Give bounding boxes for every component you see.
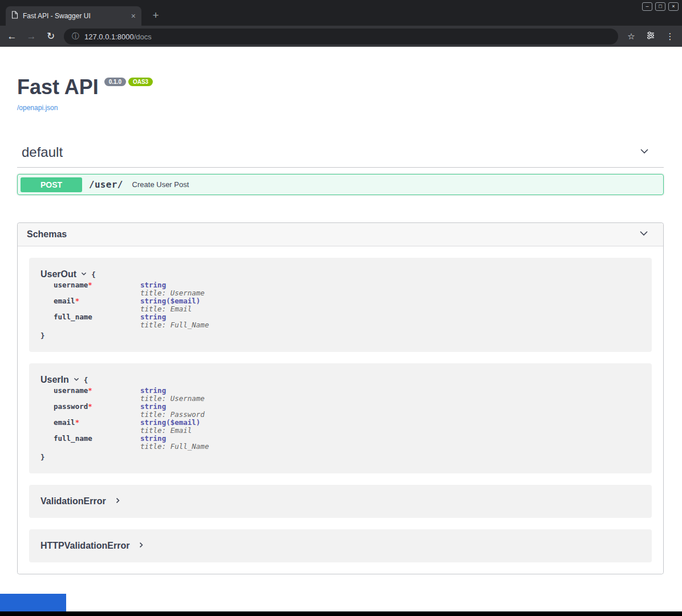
menu-icon[interactable]: ⋮ (664, 31, 676, 42)
chevron-down-icon[interactable] (639, 145, 650, 159)
bottom-blue-panel (0, 594, 66, 611)
schemas-section: Schemas UserOut { username* (17, 222, 664, 574)
new-tab-button[interactable]: + (148, 9, 163, 22)
opblock-post-user[interactable]: POST /user/ Create User Post (17, 174, 664, 195)
reload-icon[interactable]: ↻ (44, 30, 57, 42)
required-star: * (88, 402, 92, 411)
tab-close-icon[interactable]: × (131, 12, 136, 20)
model-title-userout[interactable]: UserOut (40, 269, 76, 279)
window-titlebar: – □ × Fast API - Swagger UI × + (0, 0, 682, 26)
property-title: title: Full_Name (140, 321, 209, 329)
property-type: string($email) (140, 419, 200, 427)
version-badge: 0.1.0 (104, 78, 126, 86)
browser-toolbar: ← → ↻ ⓘ 127.0.0.1:8000/docs ☆ ⋮ (0, 26, 682, 47)
model-httpvalidationerror[interactable]: HTTPValidationError (29, 529, 652, 562)
openapi-spec-link[interactable]: /openapi.json (17, 104, 58, 112)
bookmark-star-icon[interactable]: ☆ (625, 31, 638, 42)
chevron-down-icon[interactable] (638, 228, 649, 241)
url-host: 127.0.0.1:8000 (84, 33, 134, 41)
chevron-right-icon[interactable] (137, 541, 145, 551)
schemas-body: UserOut { username* string title: Userna… (18, 246, 663, 574)
forward-icon[interactable]: → (25, 31, 38, 42)
property-row: username* string title: Username (54, 387, 640, 403)
property-type: string (140, 435, 209, 443)
property-type: string (140, 313, 209, 321)
property-type: string($email) (140, 297, 200, 305)
model-userout: UserOut { username* string title: Userna… (29, 258, 652, 352)
method-badge: POST (21, 177, 82, 192)
api-info: Fast API 0.1.0 OAS3 /openapi.json (17, 47, 664, 112)
property-name: password (54, 402, 88, 411)
model-validationerror[interactable]: ValidationError (29, 485, 652, 518)
model-title-validationerror[interactable]: ValidationError (40, 496, 106, 506)
window-minimize-button[interactable]: – (642, 2, 652, 11)
url-path: /docs (134, 33, 152, 41)
tag-title: default (22, 144, 63, 160)
api-title-row: Fast API 0.1.0 OAS3 (17, 75, 664, 99)
model-title-userin[interactable]: UserIn (40, 375, 69, 385)
chevron-down-icon[interactable] (73, 375, 80, 385)
property-row: full_name string title: Full_Name (54, 313, 640, 329)
schemas-title: Schemas (27, 229, 67, 240)
property-title: title: Email (140, 305, 200, 313)
property-row: username* string title: Username (54, 281, 640, 297)
api-title: Fast API (17, 75, 99, 99)
property-row: password* string title: Password (54, 403, 640, 419)
property-title: title: Email (140, 427, 200, 435)
open-brace: { (84, 376, 88, 384)
property-list: username* string title: Username passwor… (54, 387, 640, 451)
property-row: email* string($email) title: Email (54, 419, 640, 435)
window-close-button[interactable]: × (668, 2, 679, 11)
endpoint-path: /user/ (89, 179, 123, 190)
property-title: title: Password (140, 411, 205, 419)
window-bottom-edge (0, 611, 682, 616)
window-maximize-button[interactable]: □ (655, 2, 665, 11)
required-star: * (75, 418, 80, 427)
tag-section-default[interactable]: default (17, 144, 664, 168)
tab-title: Fast API - Swagger UI (23, 12, 127, 20)
property-name: email (54, 297, 75, 305)
close-brace: } (40, 453, 45, 461)
url-bar[interactable]: ⓘ 127.0.0.1:8000/docs (64, 29, 618, 44)
property-name: username (54, 386, 88, 395)
page-icon (11, 11, 18, 21)
property-name: full_name (54, 313, 92, 321)
property-type: string (140, 403, 205, 411)
required-star: * (75, 297, 80, 305)
endpoint-summary: Create User Post (132, 180, 189, 189)
model-userin: UserIn { username* string title: Usernam… (29, 363, 652, 473)
oas3-badge: OAS3 (128, 78, 153, 86)
back-icon[interactable]: ← (6, 31, 18, 42)
swagger-page: Fast API 0.1.0 OAS3 /openapi.json defaul… (0, 47, 682, 616)
property-title: title: Full_Name (140, 443, 209, 451)
browser-tab[interactable]: Fast API - Swagger UI × (6, 6, 141, 26)
property-name: email (54, 418, 75, 427)
required-star: * (88, 281, 92, 289)
property-type: string (140, 387, 205, 395)
property-name: username (54, 281, 88, 289)
property-list: username* string title: Username email* … (54, 281, 640, 329)
close-brace: } (40, 331, 45, 340)
schemas-header[interactable]: Schemas (18, 223, 663, 246)
required-star: * (88, 386, 92, 395)
chevron-down-icon[interactable] (80, 269, 87, 279)
property-title: title: Username (140, 289, 205, 297)
model-title-httpvalidationerror[interactable]: HTTPValidationError (40, 541, 129, 551)
property-type: string (140, 281, 205, 289)
window-controls: – □ × (642, 2, 679, 11)
extension-icon[interactable] (644, 31, 657, 42)
property-row: email* string($email) title: Email (54, 297, 640, 313)
open-brace: { (91, 270, 96, 279)
property-name: full_name (54, 434, 92, 443)
chevron-right-icon[interactable] (114, 496, 121, 506)
site-info-icon[interactable]: ⓘ (72, 31, 79, 42)
property-title: title: Username (140, 395, 205, 403)
property-row: full_name string title: Full_Name (54, 435, 640, 451)
